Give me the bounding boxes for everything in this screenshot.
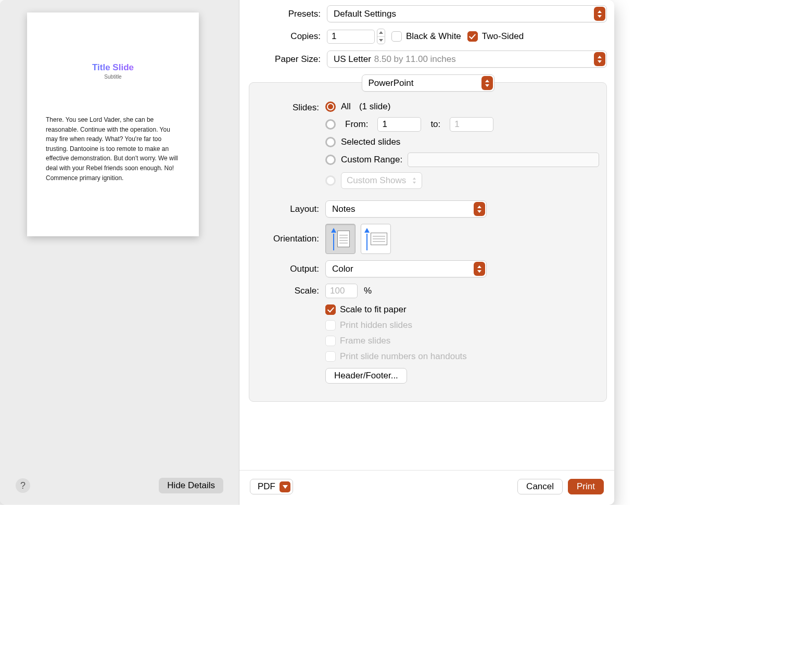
radio-unselected-icon [325,119,336,130]
copies-input[interactable] [327,30,375,44]
black-white-label: Black & White [406,31,461,42]
black-white-checkbox[interactable]: Black & White [391,31,461,42]
slides-to-label: to: [430,119,440,130]
paper-size-dimensions: 8.50 by 11.00 inches [374,54,456,65]
layout-select[interactable]: Notes [325,200,487,218]
paper-size-label: Paper Size: [249,54,321,65]
slides-from-label: From: [345,119,368,130]
options-section-value: PowerPoint [369,78,414,88]
slides-selected-radio[interactable]: Selected slides [325,137,400,147]
custom-shows-select: Custom Shows [341,172,422,189]
two-sided-label: Two-Sided [482,31,524,42]
slides-custom-shows-radio: Custom Shows [325,172,422,189]
page-landscape-icon [371,233,387,245]
print-slide-numbers-checkbox: Print slide numbers on handouts [325,351,467,362]
slides-from-radio[interactable]: From: to: [325,117,493,132]
slides-selected-label: Selected slides [341,137,400,147]
presets-select[interactable]: Default Settings [327,5,607,22]
output-select[interactable]: Color [325,260,487,277]
print-preview-page: Title Slide Subtitle There. You see Lord… [27,12,199,236]
print-hidden-checkbox: Print hidden slides [325,320,412,330]
orientation-landscape-button[interactable] [361,224,391,254]
dropdown-arrows-icon [474,262,485,276]
two-sided-checkbox[interactable]: Two-Sided [467,31,524,42]
checkbox-disabled-icon [325,336,336,346]
preview-slide-notes: There. You see Lord Vader, she can be re… [46,115,180,183]
presets-value: Default Settings [334,9,396,19]
radio-unselected-icon [325,155,336,165]
page-portrait-icon [337,231,350,247]
copies-label: Copies: [249,31,321,42]
output-value: Color [332,264,353,274]
dropdown-arrows-icon [481,76,493,90]
slides-label: Slides: [257,101,319,113]
scale-to-fit-checkbox[interactable]: Scale to fit paper [325,304,407,315]
pdf-dropdown-button[interactable]: PDF [250,479,293,494]
dropdown-arrows-icon [474,202,485,216]
slides-custom-range-radio[interactable]: Custom Range: [325,152,599,167]
checkbox-checked-icon [467,31,478,42]
slides-custom-range-label: Custom Range: [341,155,402,165]
slides-all-label: All [341,101,351,112]
checkbox-unchecked-icon [391,31,402,42]
up-arrow-icon [364,228,370,250]
checkbox-checked-icon [325,304,336,315]
slides-to-input[interactable] [450,117,493,132]
settings-pane: Presets: Default Settings Copies: [239,0,614,505]
presets-label: Presets: [249,9,321,19]
print-slide-numbers-label: Print slide numbers on handouts [340,351,467,362]
orientation-label: Orientation: [257,234,319,244]
dropdown-arrows-icon [410,176,418,185]
slides-from-input[interactable] [377,117,421,132]
cancel-button[interactable]: Cancel [517,479,563,494]
layout-value: Notes [332,204,355,214]
hide-details-button[interactable]: Hide Details [159,478,223,493]
up-arrow-icon [331,228,336,250]
dropdown-arrows-icon [594,7,605,21]
dialog-footer: PDF Cancel Print [239,470,614,505]
dropdown-arrows-icon [594,52,605,66]
chevron-down-icon [280,481,290,492]
help-button[interactable]: ? [16,478,30,493]
layout-label: Layout: [257,204,319,214]
custom-shows-label: Custom Shows [347,175,406,186]
paper-size-value: US Letter [334,54,371,65]
scale-to-fit-label: Scale to fit paper [340,304,407,315]
options-section-select[interactable]: PowerPoint [362,74,494,92]
radio-disabled-icon [325,175,336,186]
preview-pane: Title Slide Subtitle There. You see Lord… [0,0,239,505]
radio-unselected-icon [325,137,336,147]
stepper-up-icon [377,29,385,37]
pdf-label: PDF [258,481,275,492]
stepper-down-icon [377,37,385,44]
paper-size-select[interactable]: US Letter 8.50 by 11.00 inches [327,50,607,68]
checkbox-disabled-icon [325,351,336,362]
print-hidden-label: Print hidden slides [340,320,412,330]
header-footer-button[interactable]: Header/Footer... [325,368,407,384]
frame-slides-label: Frame slides [340,336,390,346]
copies-stepper[interactable] [377,29,385,44]
preview-slide-subtitle: Subtitle [46,74,180,80]
scale-label: Scale: [257,286,319,296]
app-options-panel: PowerPoint Slides: All [249,82,607,402]
percent-label: % [364,286,372,296]
slides-custom-range-input[interactable] [408,152,599,167]
radio-selected-icon [325,101,336,112]
scale-input[interactable] [325,284,358,298]
preview-slide-title: Title Slide [46,62,180,73]
print-button[interactable]: Print [568,479,604,494]
orientation-portrait-button[interactable] [325,224,356,254]
slides-all-count: (1 slide) [359,101,390,112]
output-label: Output: [257,264,319,274]
frame-slides-checkbox: Frame slides [325,336,390,346]
slides-all-radio[interactable]: All (1 slide) [325,101,390,112]
checkbox-disabled-icon [325,320,336,330]
